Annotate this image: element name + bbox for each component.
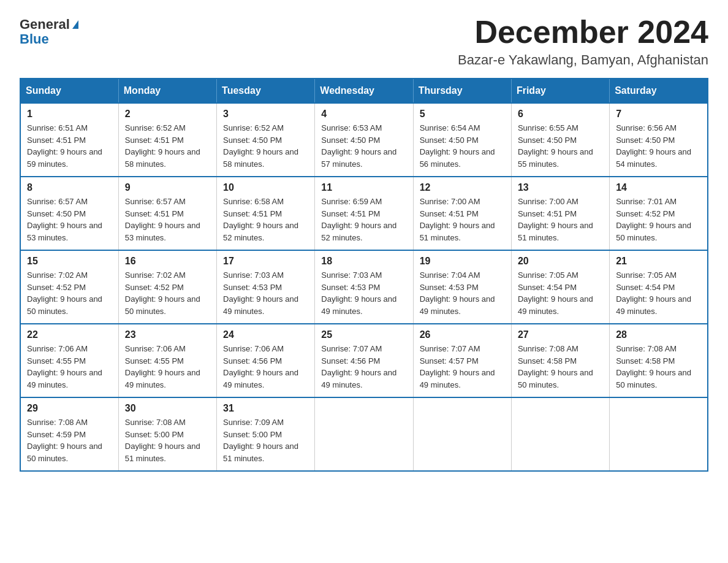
- calendar-day-header: Sunday: [20, 79, 118, 103]
- calendar-day-cell: 30Sunrise: 7:08 AMSunset: 5:00 PMDayligh…: [118, 397, 216, 471]
- day-info: Sunrise: 7:03 AMSunset: 4:53 PMDaylight:…: [321, 269, 406, 317]
- calendar-week-row: 8Sunrise: 6:57 AMSunset: 4:50 PMDaylight…: [20, 177, 708, 250]
- day-number: 31: [223, 403, 308, 414]
- calendar-day-cell: 8Sunrise: 6:57 AMSunset: 4:50 PMDaylight…: [20, 177, 118, 250]
- day-info: Sunrise: 7:02 AMSunset: 4:52 PMDaylight:…: [27, 269, 112, 317]
- calendar-day-header: Monday: [118, 79, 216, 103]
- day-info: Sunrise: 7:07 AMSunset: 4:57 PMDaylight:…: [420, 343, 505, 391]
- calendar-day-cell: 22Sunrise: 7:06 AMSunset: 4:55 PMDayligh…: [20, 324, 118, 397]
- calendar-day-cell: 13Sunrise: 7:00 AMSunset: 4:51 PMDayligh…: [511, 177, 609, 250]
- day-number: 25: [321, 329, 406, 340]
- calendar-day-cell: 16Sunrise: 7:02 AMSunset: 4:52 PMDayligh…: [118, 250, 216, 324]
- day-number: 23: [125, 329, 210, 340]
- calendar-day-header: Thursday: [413, 79, 511, 103]
- day-info: Sunrise: 7:06 AMSunset: 4:55 PMDaylight:…: [27, 343, 112, 391]
- calendar-header-row: SundayMondayTuesdayWednesdayThursdayFrid…: [20, 79, 708, 103]
- day-number: 16: [125, 256, 210, 267]
- day-number: 6: [518, 109, 603, 120]
- day-info: Sunrise: 7:08 AMSunset: 5:00 PMDaylight:…: [125, 416, 210, 464]
- calendar-day-header: Tuesday: [217, 79, 315, 103]
- day-info: Sunrise: 7:08 AMSunset: 4:59 PMDaylight:…: [27, 416, 112, 464]
- day-number: 22: [27, 329, 112, 340]
- day-info: Sunrise: 7:08 AMSunset: 4:58 PMDaylight:…: [616, 343, 701, 391]
- day-number: 11: [321, 182, 406, 193]
- calendar-day-cell: 2Sunrise: 6:52 AMSunset: 4:51 PMDaylight…: [118, 103, 216, 177]
- day-number: 30: [125, 403, 210, 414]
- day-number: 3: [223, 109, 308, 120]
- calendar-week-row: 1Sunrise: 6:51 AMSunset: 4:51 PMDaylight…: [20, 103, 708, 177]
- calendar-day-header: Friday: [511, 79, 609, 103]
- month-title: December 2024: [458, 15, 708, 50]
- calendar-day-cell: 29Sunrise: 7:08 AMSunset: 4:59 PMDayligh…: [20, 397, 118, 471]
- day-info: Sunrise: 6:56 AMSunset: 4:50 PMDaylight:…: [616, 122, 701, 170]
- logo-general-text: General: [20, 17, 70, 32]
- calendar-day-cell: 7Sunrise: 6:56 AMSunset: 4:50 PMDaylight…: [610, 103, 708, 177]
- calendar-day-cell: 17Sunrise: 7:03 AMSunset: 4:53 PMDayligh…: [217, 250, 315, 324]
- day-info: Sunrise: 7:04 AMSunset: 4:53 PMDaylight:…: [420, 269, 505, 317]
- day-info: Sunrise: 7:00 AMSunset: 4:51 PMDaylight:…: [518, 196, 603, 243]
- calendar-week-row: 22Sunrise: 7:06 AMSunset: 4:55 PMDayligh…: [20, 324, 708, 397]
- day-info: Sunrise: 6:57 AMSunset: 4:51 PMDaylight:…: [125, 196, 210, 243]
- day-number: 5: [420, 109, 505, 120]
- day-number: 18: [321, 256, 406, 267]
- calendar-day-cell: 1Sunrise: 6:51 AMSunset: 4:51 PMDaylight…: [20, 103, 118, 177]
- day-number: 27: [518, 329, 603, 340]
- day-number: 19: [420, 256, 505, 267]
- logo-blue-text: Blue: [20, 32, 78, 47]
- day-number: 14: [616, 182, 701, 193]
- day-number: 9: [125, 182, 210, 193]
- calendar-day-cell: 21Sunrise: 7:05 AMSunset: 4:54 PMDayligh…: [610, 250, 708, 324]
- calendar-day-cell: 10Sunrise: 6:58 AMSunset: 4:51 PMDayligh…: [217, 177, 315, 250]
- calendar-day-cell: 24Sunrise: 7:06 AMSunset: 4:56 PMDayligh…: [217, 324, 315, 397]
- calendar-day-cell: 6Sunrise: 6:55 AMSunset: 4:50 PMDaylight…: [511, 103, 609, 177]
- day-info: Sunrise: 6:52 AMSunset: 4:50 PMDaylight:…: [223, 122, 308, 170]
- calendar-day-cell: 23Sunrise: 7:06 AMSunset: 4:55 PMDayligh…: [118, 324, 216, 397]
- calendar-day-cell: 27Sunrise: 7:08 AMSunset: 4:58 PMDayligh…: [511, 324, 609, 397]
- day-info: Sunrise: 7:06 AMSunset: 4:56 PMDaylight:…: [223, 343, 308, 391]
- day-number: 24: [223, 329, 308, 340]
- day-number: 8: [27, 182, 112, 193]
- calendar-day-cell: 28Sunrise: 7:08 AMSunset: 4:58 PMDayligh…: [610, 324, 708, 397]
- day-number: 2: [125, 109, 210, 120]
- calendar-day-cell: 9Sunrise: 6:57 AMSunset: 4:51 PMDaylight…: [118, 177, 216, 250]
- calendar-day-header: Wednesday: [315, 79, 413, 103]
- calendar-day-cell: 19Sunrise: 7:04 AMSunset: 4:53 PMDayligh…: [413, 250, 511, 324]
- day-info: Sunrise: 7:03 AMSunset: 4:53 PMDaylight:…: [223, 269, 308, 317]
- calendar-day-cell: 11Sunrise: 6:59 AMSunset: 4:51 PMDayligh…: [315, 177, 413, 250]
- day-info: Sunrise: 7:01 AMSunset: 4:52 PMDaylight:…: [616, 196, 701, 243]
- day-info: Sunrise: 7:09 AMSunset: 5:00 PMDaylight:…: [223, 416, 308, 464]
- calendar-day-cell: 4Sunrise: 6:53 AMSunset: 4:50 PMDaylight…: [315, 103, 413, 177]
- day-number: 28: [616, 329, 701, 340]
- calendar-day-cell: 5Sunrise: 6:54 AMSunset: 4:50 PMDaylight…: [413, 103, 511, 177]
- calendar-day-cell: 15Sunrise: 7:02 AMSunset: 4:52 PMDayligh…: [20, 250, 118, 324]
- logo-triangle-icon: [72, 20, 78, 29]
- header: General Blue December 2024 Bazar-e Yakaw…: [20, 15, 708, 68]
- day-number: 17: [223, 256, 308, 267]
- day-number: 13: [518, 182, 603, 193]
- calendar-week-row: 29Sunrise: 7:08 AMSunset: 4:59 PMDayligh…: [20, 397, 708, 471]
- location-title: Bazar-e Yakawlang, Bamyan, Afghanistan: [458, 52, 708, 68]
- calendar-table: SundayMondayTuesdayWednesdayThursdayFrid…: [20, 78, 708, 472]
- day-info: Sunrise: 6:57 AMSunset: 4:50 PMDaylight:…: [27, 196, 112, 243]
- day-info: Sunrise: 6:59 AMSunset: 4:51 PMDaylight:…: [321, 196, 406, 243]
- calendar-day-cell: 31Sunrise: 7:09 AMSunset: 5:00 PMDayligh…: [217, 397, 315, 471]
- day-number: 1: [27, 109, 112, 120]
- calendar-week-row: 15Sunrise: 7:02 AMSunset: 4:52 PMDayligh…: [20, 250, 708, 324]
- day-info: Sunrise: 6:54 AMSunset: 4:50 PMDaylight:…: [420, 122, 505, 170]
- day-number: 20: [518, 256, 603, 267]
- day-info: Sunrise: 7:00 AMSunset: 4:51 PMDaylight:…: [420, 196, 505, 243]
- calendar-day-cell: 12Sunrise: 7:00 AMSunset: 4:51 PMDayligh…: [413, 177, 511, 250]
- day-info: Sunrise: 7:05 AMSunset: 4:54 PMDaylight:…: [616, 269, 701, 317]
- day-number: 4: [321, 109, 406, 120]
- calendar-day-cell: 20Sunrise: 7:05 AMSunset: 4:54 PMDayligh…: [511, 250, 609, 324]
- title-area: December 2024 Bazar-e Yakawlang, Bamyan,…: [458, 15, 708, 68]
- calendar-day-cell: 18Sunrise: 7:03 AMSunset: 4:53 PMDayligh…: [315, 250, 413, 324]
- day-info: Sunrise: 7:07 AMSunset: 4:56 PMDaylight:…: [321, 343, 406, 391]
- calendar-day-header: Saturday: [610, 79, 708, 103]
- day-info: Sunrise: 6:55 AMSunset: 4:50 PMDaylight:…: [518, 122, 603, 170]
- day-number: 15: [27, 256, 112, 267]
- day-info: Sunrise: 7:06 AMSunset: 4:55 PMDaylight:…: [125, 343, 210, 391]
- day-info: Sunrise: 6:51 AMSunset: 4:51 PMDaylight:…: [27, 122, 112, 170]
- day-number: 21: [616, 256, 701, 267]
- day-info: Sunrise: 6:52 AMSunset: 4:51 PMDaylight:…: [125, 122, 210, 170]
